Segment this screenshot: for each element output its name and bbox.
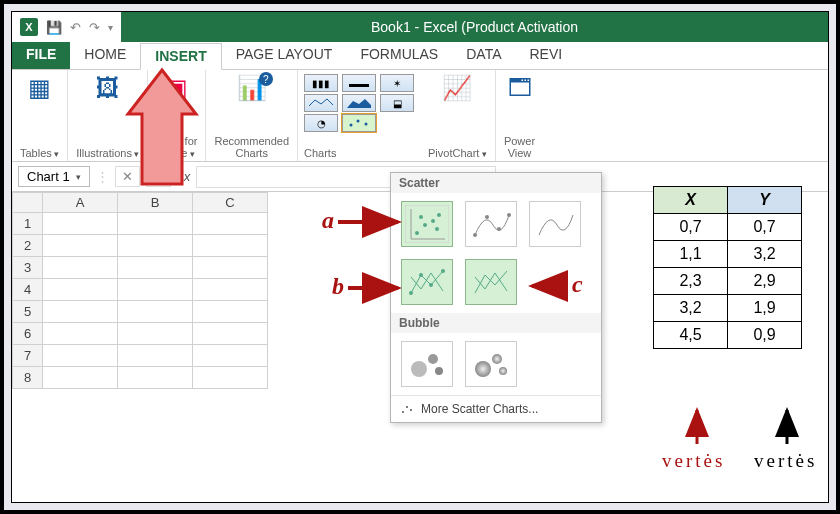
group-apps[interactable]: ▣ Apps for Office ▾: [148, 70, 206, 161]
undo-icon[interactable]: ↶: [70, 20, 81, 35]
save-icon[interactable]: 💾: [46, 20, 62, 35]
cancel-formula-icon[interactable]: ✕: [115, 166, 140, 187]
row-header[interactable]: 8: [13, 367, 43, 389]
svg-point-2: [357, 120, 360, 123]
scatter-smooth-option[interactable]: [529, 201, 581, 247]
enter-formula-icon[interactable]: ✓: [146, 166, 171, 187]
tab-home[interactable]: HOME: [70, 42, 140, 69]
chart-pie-icon[interactable]: ◔: [304, 114, 338, 132]
scatter-markers-option[interactable]: [401, 201, 453, 247]
row-header[interactable]: 1: [13, 213, 43, 235]
data-cell: 1,9: [728, 295, 802, 322]
more-scatter-charts[interactable]: More Scatter Charts...: [391, 395, 601, 422]
scatter-lines-markers-option[interactable]: [401, 259, 453, 305]
dropdown-bubble-label: Bubble: [391, 313, 601, 333]
chart-scatter-icon[interactable]: [342, 114, 376, 132]
dropdown-scatter-label: Scatter: [391, 173, 601, 193]
svg-point-11: [437, 213, 441, 217]
data-cell: 3,2: [728, 241, 802, 268]
vertes-y-label: vertės: [754, 450, 817, 472]
scatter-smooth-markers-option[interactable]: [465, 201, 517, 247]
chart-stock-icon[interactable]: ✶: [380, 74, 414, 92]
powerview-icon: 🗔: [508, 74, 532, 102]
tab-pagelayout[interactable]: PAGE LAYOUT: [222, 42, 347, 69]
svg-point-26: [499, 367, 507, 375]
data-y-header: Y: [728, 187, 802, 214]
row-header[interactable]: 2: [13, 235, 43, 257]
qat-dropdown-icon[interactable]: ▾: [108, 22, 113, 33]
chart-combo-icon[interactable]: ⬓: [380, 94, 414, 112]
data-cell: 4,5: [654, 322, 728, 349]
name-box[interactable]: Chart 1 ▾: [18, 166, 90, 187]
group-charts-label: Charts: [304, 147, 336, 159]
svg-point-8: [423, 223, 427, 227]
redo-icon[interactable]: ↷: [89, 20, 100, 35]
svg-point-27: [402, 411, 404, 413]
row-header[interactable]: 6: [13, 323, 43, 345]
titlebar: X 💾 ↶ ↷ ▾ Book1 - Excel (Product Activat…: [12, 12, 828, 42]
svg-point-15: [497, 227, 501, 231]
bubble-option[interactable]: [401, 341, 453, 387]
group-tables[interactable]: ▦ Tables ▾: [12, 70, 68, 161]
svg-point-24: [475, 361, 491, 377]
svg-point-21: [411, 361, 427, 377]
ribbon: ▦ Tables ▾ 🖼 Illustrations ▾ ▣ Apps for …: [12, 70, 828, 162]
data-cell: 2,9: [728, 268, 802, 295]
tab-formulas[interactable]: FORMULAS: [346, 42, 452, 69]
group-power-label: Power View: [504, 133, 535, 159]
svg-point-22: [428, 354, 438, 364]
select-all-corner[interactable]: [13, 193, 43, 213]
group-pivotchart[interactable]: 📈 PivotChart ▾: [420, 70, 496, 161]
svg-point-3: [365, 123, 368, 126]
group-powerview[interactable]: 🗔 Power View: [496, 70, 543, 161]
vertes-x-label: vertės: [662, 450, 725, 472]
svg-point-1: [350, 124, 353, 127]
fx-icon[interactable]: ƒx: [177, 169, 191, 184]
data-cell: 1,1: [654, 241, 728, 268]
group-illustrations-label: Illustrations: [76, 147, 132, 159]
row-header[interactable]: 7: [13, 345, 43, 367]
screenshot-frame: X 💾 ↶ ↷ ▾ Book1 - Excel (Product Activat…: [0, 0, 840, 514]
chart-column-icon[interactable]: ▮▮▮: [304, 74, 338, 92]
more-scatter-label: More Scatter Charts...: [421, 402, 538, 416]
group-tables-label: Tables: [20, 147, 52, 159]
svg-point-17: [409, 291, 413, 295]
chevron-down-icon[interactable]: ▾: [76, 172, 81, 182]
svg-point-16: [507, 213, 511, 217]
svg-point-13: [473, 233, 477, 237]
tab-file[interactable]: FILE: [12, 42, 70, 69]
data-cell: 0,7: [654, 214, 728, 241]
col-header[interactable]: A: [43, 193, 118, 213]
row-header[interactable]: 3: [13, 257, 43, 279]
bubble-3d-option[interactable]: [465, 341, 517, 387]
excel-icon: X: [20, 18, 38, 36]
group-recommended-label: Recommended Charts: [214, 133, 289, 159]
ribbon-tabs: FILE HOME INSERT PAGE LAYOUT FORMULAS DA…: [12, 42, 828, 70]
group-illustrations[interactable]: 🖼 Illustrations ▾: [68, 70, 148, 161]
row-header[interactable]: 4: [13, 279, 43, 301]
col-header[interactable]: B: [118, 193, 193, 213]
group-charts: ▮▮▮ ◔ ▬▬ ✶ ⬓ Charts: [298, 70, 420, 161]
svg-point-23: [435, 367, 443, 375]
table-icon: ▦: [28, 74, 51, 102]
scatter-lines-option[interactable]: [465, 259, 517, 305]
svg-point-19: [429, 283, 433, 287]
chart-bar-icon[interactable]: ▬▬: [342, 74, 376, 92]
sample-data-table: X Y 0,70,7 1,13,2 2,32,9 3,21,9 4,50,9: [653, 186, 802, 349]
tab-review[interactable]: REVI: [515, 42, 576, 69]
tab-insert[interactable]: INSERT: [140, 43, 221, 70]
svg-marker-0: [347, 99, 371, 108]
group-recommended[interactable]: 📊 ? Recommended Charts: [206, 70, 298, 161]
scatter-chart-dropdown: Scatter Bubble: [390, 172, 602, 423]
svg-point-20: [441, 269, 445, 273]
svg-point-10: [431, 219, 435, 223]
chart-line-icon[interactable]: [304, 94, 338, 112]
row-header[interactable]: 5: [13, 301, 43, 323]
svg-point-9: [419, 215, 423, 219]
chart-area-icon[interactable]: [342, 94, 376, 112]
tab-data[interactable]: DATA: [452, 42, 515, 69]
col-header[interactable]: C: [193, 193, 268, 213]
name-box-value: Chart 1: [27, 169, 70, 184]
apps-icon: ▣: [165, 74, 188, 102]
svg-point-18: [419, 273, 423, 277]
